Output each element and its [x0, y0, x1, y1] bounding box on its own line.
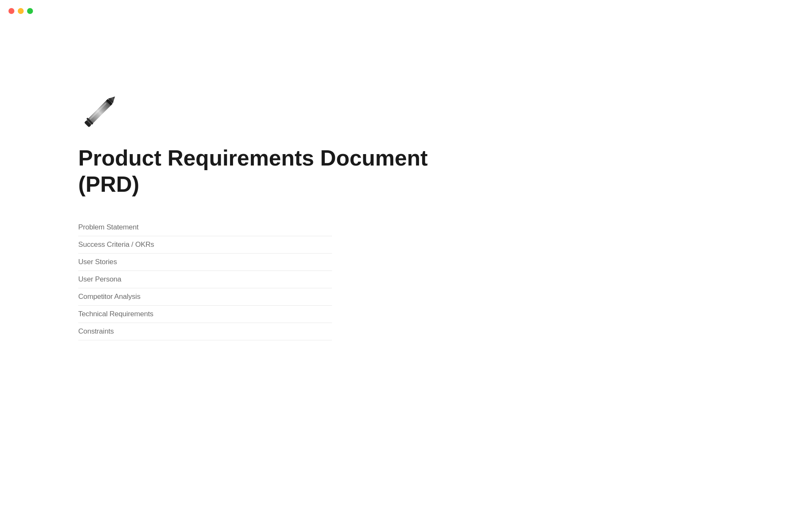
maximize-button[interactable]: [27, 8, 33, 14]
toc-link[interactable]: Constraints: [78, 327, 114, 335]
toc-link[interactable]: Success Criteria / OKRs: [78, 240, 154, 248]
main-content: Product Requirements Document (PRD) Prob…: [0, 22, 812, 508]
toc-item: Technical Requirements: [78, 306, 332, 323]
toc-item: Problem Statement: [78, 219, 332, 236]
toc-item: Constraints: [78, 323, 332, 340]
toc-item: User Stories: [78, 254, 332, 271]
toc-link[interactable]: User Stories: [78, 258, 117, 266]
toc-link[interactable]: Problem Statement: [78, 223, 139, 231]
pen-icon-svg: [78, 90, 125, 136]
toc-link[interactable]: User Persona: [78, 275, 121, 283]
minimize-button[interactable]: [18, 8, 24, 14]
close-button[interactable]: [8, 8, 14, 14]
toc-item: Competitor Analysis: [78, 288, 332, 306]
toc-link[interactable]: Technical Requirements: [78, 310, 154, 318]
page-icon: [78, 90, 812, 136]
toc-item: User Persona: [78, 271, 332, 288]
titlebar: [0, 0, 812, 22]
toc-item: Success Criteria / OKRs: [78, 236, 332, 254]
toc-link[interactable]: Competitor Analysis: [78, 293, 140, 301]
page-title: Product Requirements Document (PRD): [78, 145, 459, 198]
toc-list: Problem StatementSuccess Criteria / OKRs…: [78, 219, 812, 340]
